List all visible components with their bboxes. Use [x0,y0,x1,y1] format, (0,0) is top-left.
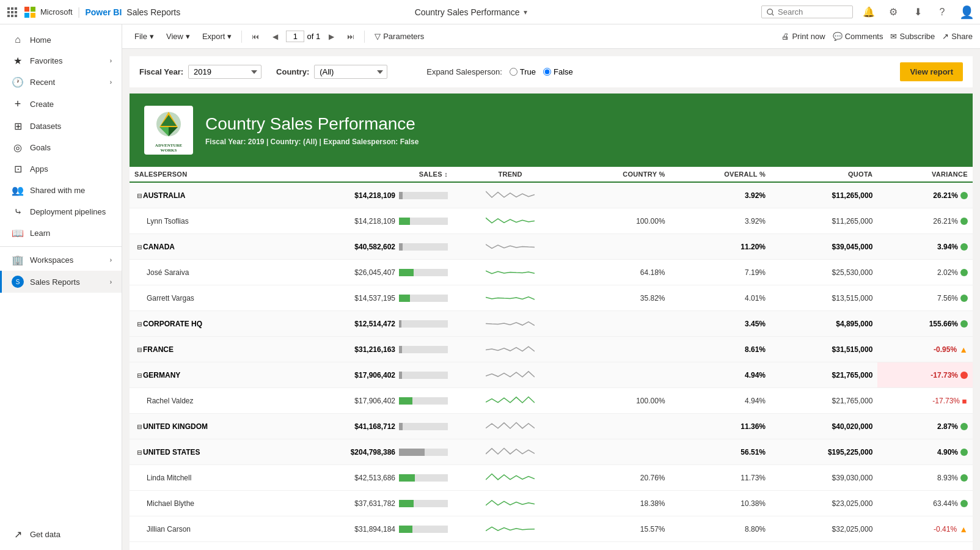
view-report-button[interactable]: View report [900,62,963,81]
page-next[interactable]: ▶ [323,28,340,45]
page-number-input[interactable] [286,31,304,42]
cell-trend [453,465,568,491]
variance-value: 155.66% [929,320,958,328]
sidebar-item-shared[interactable]: 👥 Shared with me [0,180,122,201]
status-dot [960,449,968,456]
page-first[interactable]: ⏮ [247,28,264,45]
cell-variance: 26.21% [877,208,973,234]
sidebar-item-goals[interactable]: ◎ Goals [0,137,122,158]
cell-name: ⊟UNITED STATES [130,439,318,465]
cell-overall-pct: 11.20% [670,234,771,260]
cell-name: José Saraiva [130,260,318,285]
notifications-icon[interactable]: 🔔 [860,4,877,21]
expand-false-option[interactable]: False [543,67,573,76]
cell-name: Michael Blythe [130,491,318,516]
status-dot [960,423,968,430]
cell-overall-pct: 4.94% [670,388,771,414]
cell-variance: 155.66% [877,311,973,337]
svg-rect-3 [7,11,10,13]
comments-btn[interactable]: 💬 Comments [833,32,883,41]
waffle-icon[interactable] [5,5,20,20]
col-sales[interactable]: SALES ↕ [318,167,453,182]
share-btn[interactable]: ↗ Share [942,32,973,41]
microsoft-label: Microsoft [40,7,73,16]
search-input[interactable] [778,7,847,16]
report-logo: ADVENTURE WORKS [144,106,193,155]
cell-overall-pct: 11.36% [670,414,771,439]
sidebar-item-apps[interactable]: ⊡ Apps [0,158,122,180]
svg-point-9 [767,9,773,14]
workspaces-icon: 🏢 [12,254,24,266]
expand-icon[interactable]: ⊟ [137,372,142,379]
cell-sales: $26,045,407 [318,260,453,285]
col-variance: VARIANCE [877,167,973,182]
sidebar-item-getdata[interactable]: ↗ Get data [0,524,122,545]
separator [364,31,365,43]
cell-country-pct [568,182,670,208]
search-box[interactable] [761,6,853,18]
download-icon[interactable]: ⬇ [909,4,926,21]
expand-icon[interactable]: ⊟ [137,193,142,199]
sidebar-item-recent[interactable]: 🕐 Recent › [0,72,122,93]
cell-sales: $37,631,782 [318,491,453,516]
variance-value: 2.02% [937,268,958,277]
expand-icon[interactable]: ⊟ [137,424,142,430]
sidebar-item-favorites[interactable]: ★ Favorites › [0,50,122,72]
variance-value: -17.73% [931,371,958,380]
help-icon[interactable]: ? [934,4,951,21]
cell-quota: $195,225,000 [770,439,877,465]
cell-country-pct: 12.00% [568,542,670,551]
sidebar-item-workspaces[interactable]: 🏢 Workspaces › [0,249,122,271]
sidebar-item-sales-reports[interactable]: S Sales Reports › [0,271,122,293]
cell-overall-pct: 3.92% [670,182,771,208]
cell-name: ⊟AUSTRALIA [130,182,318,208]
cell-quota: $21,765,000 [770,388,877,414]
parameters-btn[interactable]: ▽ Parameters [370,29,429,43]
status-dot [960,474,968,482]
expand-true-radio[interactable] [510,68,517,76]
col-trend: TREND [453,167,568,182]
expand-icon[interactable]: ⊟ [137,244,142,251]
page-prev[interactable]: ◀ [266,28,283,45]
account-icon[interactable]: 👤 [958,4,975,21]
cell-sales: $14,218,109 [318,182,453,208]
cell-country-pct [568,337,670,362]
expand-true-option[interactable]: True [510,67,536,76]
view-menu[interactable]: View ▾ [161,29,195,43]
sidebar-item-learn[interactable]: 📖 Learn [0,222,122,244]
subscribe-btn[interactable]: ✉ Subscribe [890,32,935,41]
export-menu[interactable]: Export ▾ [197,29,237,43]
report-breadcrumb: Sales Reports [126,7,180,17]
table-row: ⊟AUSTRALIA $14,218,109 3.92%$11,265,0002… [130,182,973,208]
page-last[interactable]: ⏭ [342,28,359,45]
cell-trend [453,414,568,439]
cell-sales: $24,585,356 [318,542,453,551]
cell-overall-pct: 10.38% [670,491,771,516]
cell-trend [453,516,568,542]
expand-icon[interactable]: ⊟ [137,346,142,353]
table-row: ⊟FRANCE $31,216,163 8.61%$31,515,000-0.9… [130,337,973,362]
adventure-works-logo: ADVENTURE WORKS [147,109,190,152]
expand-icon[interactable]: ⊟ [137,321,142,328]
sidebar-item-deployment[interactable]: ⤷ Deployment pipelines [0,201,122,222]
cell-quota: $25,530,000 [770,260,877,285]
table-row: ⊟GERMANY $17,906,402 4.94%$21,765,000-17… [130,362,973,388]
cell-trend [453,208,568,234]
cell-country-pct: 15.57% [568,516,670,542]
table-row: Jillian Carson $31,894,184 15.57%8.80%$3… [130,516,973,542]
status-dot [960,320,968,328]
toolbar-right: 🖨 Print now 💬 Comments ✉ Subscribe ↗ Sha… [781,32,973,41]
fiscal-year-select[interactable]: 2019 [188,65,261,79]
sales-table: SALESPERSON SALES ↕ TREND COUNTRY % OVER… [130,167,973,550]
country-select[interactable]: (All) [314,65,387,79]
sidebar-item-home[interactable]: ⌂ Home [0,29,122,50]
file-menu[interactable]: File ▾ [130,29,159,43]
settings-icon[interactable]: ⚙ [885,4,902,21]
print-now-btn[interactable]: 🖨 Print now [781,32,825,41]
cell-trend [453,337,568,362]
sidebar-item-datasets[interactable]: ⊞ Datasets [0,116,122,137]
expand-false-radio[interactable] [543,68,551,76]
cell-variance: 26.21% [877,182,973,208]
expand-icon[interactable]: ⊟ [137,449,142,456]
sidebar-item-create[interactable]: + Create [0,93,122,116]
